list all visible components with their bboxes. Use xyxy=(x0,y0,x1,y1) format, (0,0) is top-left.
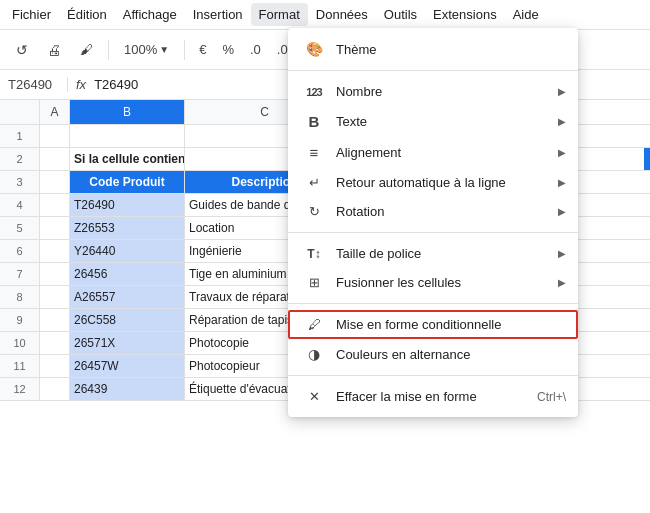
cell-b3-header[interactable]: Code Produit xyxy=(70,171,185,193)
menu-outils[interactable]: Outils xyxy=(376,3,425,26)
row-number: 10 xyxy=(0,332,40,354)
menu-extensions[interactable]: Extensions xyxy=(425,3,505,26)
menu-insertion[interactable]: Insertion xyxy=(185,3,251,26)
decimal-dec-button[interactable]: .0 xyxy=(244,40,267,59)
percent-button[interactable]: % xyxy=(216,40,240,59)
print-button[interactable]: 🖨 xyxy=(40,36,68,64)
menu-item-nombre-label: Nombre xyxy=(336,84,562,99)
menu-item-nombre[interactable]: 123 Nombre xyxy=(288,77,578,106)
menu-item-alignement-label: Alignement xyxy=(336,145,562,160)
undo-button[interactable]: ↺ xyxy=(8,36,36,64)
row-number: 6 xyxy=(0,240,40,262)
row-number: 2 xyxy=(0,148,40,170)
row-number: 1 xyxy=(0,125,40,147)
menu-item-mise-en-forme-cond-label: Mise en forme conditionnelle xyxy=(336,317,562,332)
cell-b10[interactable]: 26571X xyxy=(70,332,185,354)
cell-a7[interactable] xyxy=(40,263,70,285)
menu-edition[interactable]: Édition xyxy=(59,3,115,26)
cell-a2[interactable] xyxy=(40,148,70,170)
toolbar-divider-1 xyxy=(108,40,109,60)
menu-item-rotation[interactable]: ↻ Rotation xyxy=(288,197,578,226)
menu-item-alignement[interactable]: ≡ Alignement xyxy=(288,137,578,168)
couleurs-alt-icon: ◑ xyxy=(304,346,324,362)
cell-b5[interactable]: Z26553 xyxy=(70,217,185,239)
cell-reference[interactable]: T26490 xyxy=(8,77,68,92)
menu-item-effacer-label: Effacer la mise en forme xyxy=(336,389,562,404)
cell-a11[interactable] xyxy=(40,355,70,377)
cell-b8[interactable]: A26557 xyxy=(70,286,185,308)
menu-item-rotation-label: Rotation xyxy=(336,204,562,219)
row-number: 3 xyxy=(0,171,40,193)
row-number: 9 xyxy=(0,309,40,331)
currency-button[interactable]: € xyxy=(193,40,212,59)
cell-b6[interactable]: Y26440 xyxy=(70,240,185,262)
theme-icon: 🎨 xyxy=(304,41,324,57)
menu-separator xyxy=(288,375,578,376)
cell-a1[interactable] xyxy=(40,125,70,147)
effacer-shortcut: Ctrl+\ xyxy=(537,390,566,404)
fusionner-icon: ⊞ xyxy=(304,275,324,290)
corner-header xyxy=(0,100,40,124)
cell-a8[interactable] xyxy=(40,286,70,308)
menu-item-retour-auto[interactable]: ↵ Retour automatique à la ligne xyxy=(288,168,578,197)
cell-a4[interactable] xyxy=(40,194,70,216)
retour-auto-icon: ↵ xyxy=(304,175,324,190)
cell-b12[interactable]: 26439 xyxy=(70,378,185,400)
menu-separator xyxy=(288,70,578,71)
menu-item-fusionner[interactable]: ⊞ Fusionner les cellules xyxy=(288,268,578,297)
mise-en-forme-cond-icon: 🖊 xyxy=(304,317,324,332)
menu-item-fusionner-label: Fusionner les cellules xyxy=(336,275,562,290)
cell-a10[interactable] xyxy=(40,332,70,354)
cell-a6[interactable] xyxy=(40,240,70,262)
cell-b7[interactable]: 26456 xyxy=(70,263,185,285)
menu-item-couleurs-alt[interactable]: ◑ Couleurs en alternance xyxy=(288,339,578,369)
paint-format-button[interactable]: 🖌 xyxy=(72,36,100,64)
row-number: 4 xyxy=(0,194,40,216)
menu-item-effacer[interactable]: ✕ Effacer la mise en forme Ctrl+\ xyxy=(288,382,578,411)
rotation-icon: ↻ xyxy=(304,204,324,219)
menu-item-theme-label: Thème xyxy=(336,42,562,57)
menu-affichage[interactable]: Affichage xyxy=(115,3,185,26)
alignement-icon: ≡ xyxy=(304,144,324,161)
taille-police-icon: T↕ xyxy=(304,247,324,261)
menu-separator xyxy=(288,303,578,304)
menu-item-mise-en-forme-cond[interactable]: 🖊 Mise en forme conditionnelle xyxy=(288,310,578,339)
menu-item-taille-police-label: Taille de police xyxy=(336,246,562,261)
menu-item-texte-label: Texte xyxy=(336,114,562,129)
cell-a5[interactable] xyxy=(40,217,70,239)
cell-a12[interactable] xyxy=(40,378,70,400)
row-number: 12 xyxy=(0,378,40,400)
menu-item-retour-auto-label: Retour automatique à la ligne xyxy=(336,175,562,190)
menu-separator xyxy=(288,232,578,233)
row-number: 11 xyxy=(0,355,40,377)
row-number: 7 xyxy=(0,263,40,285)
menu-donnees[interactable]: Données xyxy=(308,3,376,26)
menu-item-taille-police[interactable]: T↕ Taille de police xyxy=(288,239,578,268)
effacer-icon: ✕ xyxy=(304,389,324,404)
texte-icon: B xyxy=(304,113,324,130)
cell-b1[interactable] xyxy=(70,125,185,147)
col-header-b[interactable]: B xyxy=(70,100,185,124)
zoom-arrow-icon: ▼ xyxy=(159,44,169,55)
cell-a9[interactable] xyxy=(40,309,70,331)
menubar: Fichier Édition Affichage Insertion Form… xyxy=(0,0,650,30)
row-number: 5 xyxy=(0,217,40,239)
menu-item-couleurs-alt-label: Couleurs en alternance xyxy=(336,347,562,362)
menu-item-texte[interactable]: B Texte xyxy=(288,106,578,137)
cell-b11[interactable]: 26457W xyxy=(70,355,185,377)
zoom-selector[interactable]: 100% ▼ xyxy=(117,39,176,60)
toolbar-divider-2 xyxy=(184,40,185,60)
zoom-value: 100% xyxy=(124,42,157,57)
cell-a3[interactable] xyxy=(40,171,70,193)
cell-b2[interactable]: Si la cellule contient du texte xyxy=(70,148,185,170)
col-header-a[interactable]: A xyxy=(40,100,70,124)
cell-b4[interactable]: T26490 xyxy=(70,194,185,216)
menu-format[interactable]: Format xyxy=(251,3,308,26)
menu-item-theme[interactable]: 🎨 Thème xyxy=(288,34,578,64)
menu-aide[interactable]: Aide xyxy=(505,3,547,26)
cell-b9[interactable]: 26C558 xyxy=(70,309,185,331)
row-number: 8 xyxy=(0,286,40,308)
format-dropdown-menu: 🎨 Thème 123 Nombre B Texte ≡ Alignement … xyxy=(288,28,578,417)
nombre-icon: 123 xyxy=(304,86,324,98)
menu-fichier[interactable]: Fichier xyxy=(4,3,59,26)
